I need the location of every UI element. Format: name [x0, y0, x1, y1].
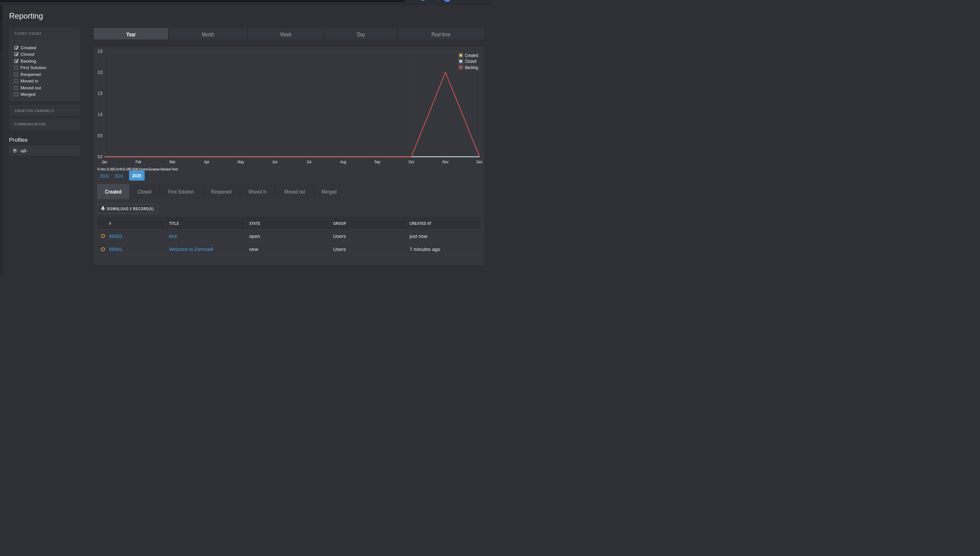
svg-text:Jan: Jan [102, 159, 107, 164]
svg-text:0.0: 0.0 [98, 154, 102, 159]
svg-text:Aug: Aug [340, 159, 346, 164]
svg-text:Jun: Jun [272, 159, 277, 164]
svg-text:Backlog: Backlog [465, 65, 478, 70]
svg-text:Closed: Closed [465, 59, 476, 64]
svg-text:2.5: 2.5 [98, 48, 102, 54]
svg-text:1.0: 1.0 [98, 112, 102, 117]
svg-text:Nov: Nov [442, 159, 449, 164]
svg-text:Apr: Apr [204, 159, 210, 164]
svg-text:Mar: Mar [169, 159, 176, 164]
svg-text:Feb: Feb [135, 159, 141, 164]
svg-text:1.5: 1.5 [98, 91, 102, 96]
svg-text:May: May [237, 159, 244, 164]
svg-text:2.0: 2.0 [98, 70, 102, 74]
svg-text:Created: Created [465, 53, 478, 58]
svg-text:Sep: Sep [374, 159, 380, 164]
svg-text:Jul: Jul [306, 159, 311, 164]
svg-text:Dec: Dec [477, 159, 482, 164]
svg-text:Oct: Oct [409, 159, 414, 164]
svg-text:0.5: 0.5 [98, 133, 102, 138]
